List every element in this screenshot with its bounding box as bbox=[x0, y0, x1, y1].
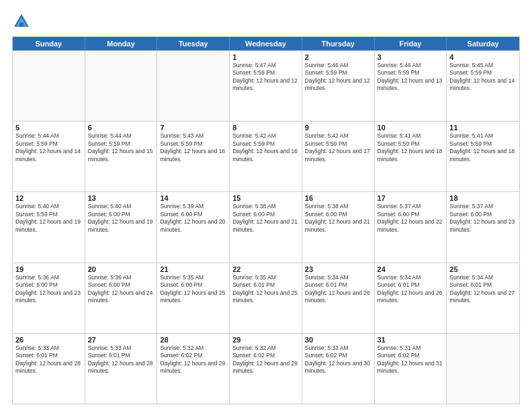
day-number: 6 bbox=[88, 124, 154, 132]
day-number: 12 bbox=[15, 194, 82, 202]
day-info: Sunrise: 5:32 AM Sunset: 6:02 PM Dayligh… bbox=[232, 345, 299, 375]
day-number: 1 bbox=[232, 53, 299, 61]
day-cell-21: 21Sunrise: 5:35 AM Sunset: 6:00 PM Dayli… bbox=[157, 263, 230, 333]
day-info: Sunrise: 5:44 AM Sunset: 5:59 PM Dayligh… bbox=[88, 132, 154, 163]
day-number: 26 bbox=[15, 336, 82, 344]
header bbox=[12, 12, 520, 31]
day-cell-27: 27Sunrise: 5:33 AM Sunset: 6:01 PM Dayli… bbox=[85, 334, 158, 404]
header-day-saturday: Saturday bbox=[447, 37, 519, 50]
page: SundayMondayTuesdayWednesdayThursdayFrid… bbox=[0, 0, 532, 411]
day-number: 16 bbox=[305, 194, 371, 202]
day-info: Sunrise: 5:45 AM Sunset: 5:59 PM Dayligh… bbox=[449, 62, 517, 93]
day-info: Sunrise: 5:43 AM Sunset: 5:59 PM Dayligh… bbox=[160, 132, 226, 163]
empty-cell-4-6 bbox=[447, 334, 519, 404]
day-info: Sunrise: 5:41 AM Sunset: 5:59 PM Dayligh… bbox=[378, 132, 444, 163]
day-cell-4: 4Sunrise: 5:45 AM Sunset: 5:59 PM Daylig… bbox=[447, 51, 519, 121]
day-cell-1: 1Sunrise: 5:47 AM Sunset: 5:59 PM Daylig… bbox=[230, 51, 302, 121]
day-number: 20 bbox=[88, 265, 154, 273]
day-number: 8 bbox=[232, 124, 299, 132]
week-row-2: 5Sunrise: 5:44 AM Sunset: 5:59 PM Daylig… bbox=[13, 121, 519, 191]
day-cell-18: 18Sunrise: 5:37 AM Sunset: 6:00 PM Dayli… bbox=[447, 192, 519, 262]
day-number: 21 bbox=[160, 265, 226, 273]
day-cell-3: 3Sunrise: 5:46 AM Sunset: 5:59 PM Daylig… bbox=[375, 51, 447, 121]
empty-cell-0-2 bbox=[157, 51, 230, 121]
day-info: Sunrise: 5:47 AM Sunset: 5:59 PM Dayligh… bbox=[232, 62, 299, 93]
svg-rect-2 bbox=[19, 23, 24, 27]
day-info: Sunrise: 5:31 AM Sunset: 6:02 PM Dayligh… bbox=[378, 345, 444, 375]
calendar-header: SundayMondayTuesdayWednesdayThursdayFrid… bbox=[13, 37, 519, 50]
day-number: 9 bbox=[305, 124, 371, 132]
day-number: 28 bbox=[160, 336, 226, 344]
day-number: 24 bbox=[378, 265, 444, 273]
day-info: Sunrise: 5:34 AM Sunset: 6:01 PM Dayligh… bbox=[378, 274, 444, 305]
day-cell-24: 24Sunrise: 5:34 AM Sunset: 6:01 PM Dayli… bbox=[375, 263, 447, 333]
day-cell-15: 15Sunrise: 5:38 AM Sunset: 6:00 PM Dayli… bbox=[230, 192, 302, 262]
day-number: 22 bbox=[232, 265, 299, 273]
day-info: Sunrise: 5:39 AM Sunset: 6:00 PM Dayligh… bbox=[160, 203, 226, 234]
day-cell-31: 31Sunrise: 5:31 AM Sunset: 6:02 PM Dayli… bbox=[375, 334, 447, 404]
day-number: 7 bbox=[160, 124, 226, 132]
day-cell-16: 16Sunrise: 5:38 AM Sunset: 6:00 PM Dayli… bbox=[302, 192, 375, 262]
day-info: Sunrise: 5:42 AM Sunset: 5:59 PM Dayligh… bbox=[305, 132, 371, 163]
day-info: Sunrise: 5:41 AM Sunset: 5:59 PM Dayligh… bbox=[449, 132, 517, 163]
logo bbox=[12, 12, 34, 31]
day-info: Sunrise: 5:38 AM Sunset: 6:00 PM Dayligh… bbox=[305, 203, 371, 234]
header-day-tuesday: Tuesday bbox=[157, 37, 230, 50]
empty-cell-0-0 bbox=[13, 51, 85, 121]
day-info: Sunrise: 5:46 AM Sunset: 5:59 PM Dayligh… bbox=[378, 62, 444, 93]
day-number: 10 bbox=[378, 124, 444, 132]
day-info: Sunrise: 5:44 AM Sunset: 5:59 PM Dayligh… bbox=[15, 132, 82, 163]
day-info: Sunrise: 5:37 AM Sunset: 6:00 PM Dayligh… bbox=[378, 203, 444, 234]
day-info: Sunrise: 5:38 AM Sunset: 6:00 PM Dayligh… bbox=[232, 203, 299, 234]
day-cell-6: 6Sunrise: 5:44 AM Sunset: 5:59 PM Daylig… bbox=[85, 122, 158, 191]
day-info: Sunrise: 5:46 AM Sunset: 5:59 PM Dayligh… bbox=[305, 62, 371, 93]
day-cell-2: 2Sunrise: 5:46 AM Sunset: 5:59 PM Daylig… bbox=[302, 51, 375, 121]
day-info: Sunrise: 5:32 AM Sunset: 6:02 PM Dayligh… bbox=[160, 345, 226, 375]
day-number: 15 bbox=[232, 194, 299, 202]
day-info: Sunrise: 5:37 AM Sunset: 6:00 PM Dayligh… bbox=[449, 203, 517, 234]
day-number: 23 bbox=[305, 265, 371, 273]
day-cell-11: 11Sunrise: 5:41 AM Sunset: 5:59 PM Dayli… bbox=[447, 122, 519, 191]
day-number: 14 bbox=[160, 194, 226, 202]
day-cell-13: 13Sunrise: 5:40 AM Sunset: 6:00 PM Dayli… bbox=[85, 192, 158, 262]
day-cell-5: 5Sunrise: 5:44 AM Sunset: 5:59 PM Daylig… bbox=[13, 122, 85, 191]
day-cell-12: 12Sunrise: 5:40 AM Sunset: 5:59 PM Dayli… bbox=[13, 192, 85, 262]
day-info: Sunrise: 5:40 AM Sunset: 5:59 PM Dayligh… bbox=[15, 203, 82, 234]
day-number: 11 bbox=[449, 124, 517, 132]
day-cell-14: 14Sunrise: 5:39 AM Sunset: 6:00 PM Dayli… bbox=[157, 192, 230, 262]
day-number: 25 bbox=[449, 265, 517, 273]
week-row-5: 26Sunrise: 5:33 AM Sunset: 6:01 PM Dayli… bbox=[13, 333, 519, 404]
day-cell-28: 28Sunrise: 5:32 AM Sunset: 6:02 PM Dayli… bbox=[157, 334, 230, 404]
week-row-4: 19Sunrise: 5:36 AM Sunset: 6:00 PM Dayli… bbox=[13, 263, 519, 333]
day-info: Sunrise: 5:36 AM Sunset: 6:00 PM Dayligh… bbox=[15, 274, 82, 305]
calendar-body: 1Sunrise: 5:47 AM Sunset: 5:59 PM Daylig… bbox=[13, 50, 519, 404]
day-cell-25: 25Sunrise: 5:34 AM Sunset: 6:01 PM Dayli… bbox=[447, 263, 519, 333]
day-number: 5 bbox=[15, 124, 82, 132]
header-day-sunday: Sunday bbox=[13, 37, 85, 50]
header-day-wednesday: Wednesday bbox=[230, 37, 302, 50]
day-number: 2 bbox=[305, 53, 371, 61]
day-info: Sunrise: 5:33 AM Sunset: 6:01 PM Dayligh… bbox=[15, 345, 82, 375]
day-cell-23: 23Sunrise: 5:34 AM Sunset: 6:01 PM Dayli… bbox=[302, 263, 375, 333]
day-cell-17: 17Sunrise: 5:37 AM Sunset: 6:00 PM Dayli… bbox=[375, 192, 447, 262]
day-info: Sunrise: 5:33 AM Sunset: 6:01 PM Dayligh… bbox=[88, 345, 154, 375]
day-number: 27 bbox=[88, 336, 154, 344]
day-cell-22: 22Sunrise: 5:35 AM Sunset: 6:01 PM Dayli… bbox=[230, 263, 302, 333]
day-number: 4 bbox=[449, 53, 517, 61]
header-day-thursday: Thursday bbox=[302, 37, 375, 50]
day-cell-20: 20Sunrise: 5:36 AM Sunset: 6:00 PM Dayli… bbox=[85, 263, 158, 333]
empty-cell-0-1 bbox=[85, 51, 158, 121]
header-day-monday: Monday bbox=[85, 37, 158, 50]
day-number: 29 bbox=[232, 336, 299, 344]
day-number: 13 bbox=[88, 194, 154, 202]
day-cell-30: 30Sunrise: 5:32 AM Sunset: 6:02 PM Dayli… bbox=[302, 334, 375, 404]
day-info: Sunrise: 5:40 AM Sunset: 6:00 PM Dayligh… bbox=[88, 203, 154, 234]
day-number: 31 bbox=[378, 336, 444, 344]
day-info: Sunrise: 5:34 AM Sunset: 6:01 PM Dayligh… bbox=[449, 274, 517, 305]
day-cell-19: 19Sunrise: 5:36 AM Sunset: 6:00 PM Dayli… bbox=[13, 263, 85, 333]
day-info: Sunrise: 5:35 AM Sunset: 6:00 PM Dayligh… bbox=[160, 274, 226, 305]
day-cell-29: 29Sunrise: 5:32 AM Sunset: 6:02 PM Dayli… bbox=[230, 334, 302, 404]
day-info: Sunrise: 5:35 AM Sunset: 6:01 PM Dayligh… bbox=[232, 274, 299, 305]
day-cell-8: 8Sunrise: 5:42 AM Sunset: 5:59 PM Daylig… bbox=[230, 122, 302, 191]
week-row-3: 12Sunrise: 5:40 AM Sunset: 5:59 PM Dayli… bbox=[13, 191, 519, 262]
